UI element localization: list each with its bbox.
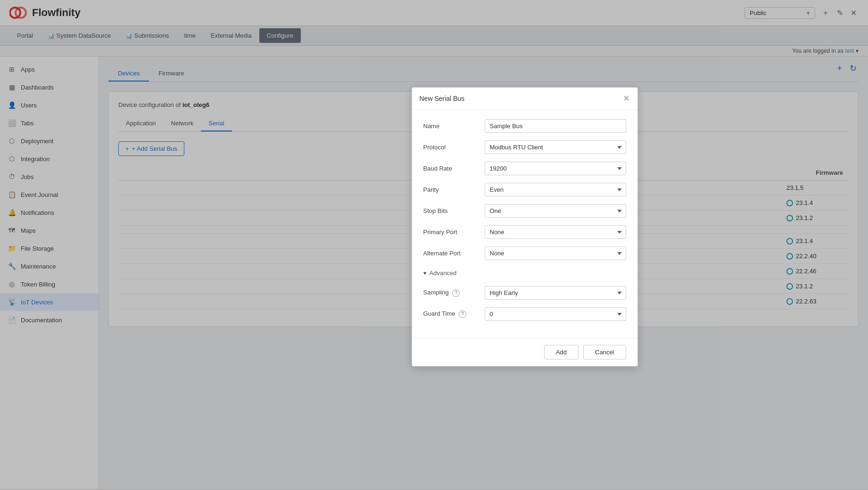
serial-modal-close-button[interactable]: ✕ (623, 93, 630, 104)
field-baudrate-control: 9600 19200 38400 57600 115200 (485, 162, 626, 175)
field-stopbits-row: Stop Bits One Two (423, 204, 626, 218)
field-guardtime-row: Guard Time ? 0 1 2 5 10 (423, 307, 626, 321)
serial-modal-body: Name Protocol Modbus RTU Client Modbus T… (412, 110, 637, 338)
field-parity-control: None Even Odd (485, 183, 626, 196)
alternateport-select[interactable]: None RS232 RS485 (485, 246, 626, 260)
advanced-toggle[interactable]: ▾ Advanced (423, 268, 626, 278)
protocol-select[interactable]: Modbus RTU Client Modbus TCP Client Cust… (485, 140, 626, 154)
add-serial-button[interactable]: Add (544, 345, 579, 359)
serial-modal-footer: Add Cancel (412, 338, 637, 366)
field-alternateport-label: Alternate Port (423, 250, 485, 257)
field-protocol-label: Protocol (423, 144, 485, 151)
modal-overlay: New Serial Bus ✕ Name Protocol Modbus RT… (0, 0, 868, 490)
baudrate-select[interactable]: 9600 19200 38400 57600 115200 (485, 162, 626, 175)
serial-bus-modal: New Serial Bus ✕ Name Protocol Modbus RT… (412, 87, 638, 367)
field-alternateport-control: None RS232 RS485 (485, 246, 626, 260)
parity-select[interactable]: None Even Odd (485, 183, 626, 196)
field-primaryport-control: None RS232 RS485 (485, 225, 626, 239)
field-primaryport-label: Primary Port (423, 229, 485, 236)
sampling-select[interactable]: High Early Low Early Normal (485, 286, 626, 300)
field-stopbits-label: Stop Bits (423, 207, 485, 214)
primaryport-select[interactable]: None RS232 RS485 (485, 225, 626, 239)
field-primaryport-row: Primary Port None RS232 RS485 (423, 225, 626, 239)
field-guardtime-label: Guard Time ? (423, 310, 485, 318)
field-parity-label: Parity (423, 186, 485, 193)
sampling-help-icon[interactable]: ? (452, 289, 460, 297)
field-stopbits-control: One Two (485, 204, 626, 218)
field-name-label: Name (423, 122, 485, 130)
field-sampling-control: High Early Low Early Normal (485, 286, 626, 300)
field-alternateport-row: Alternate Port None RS232 RS485 (423, 246, 626, 260)
guardtime-help-icon[interactable]: ? (459, 310, 466, 318)
field-baudrate-row: Baud Rate 9600 19200 38400 57600 115200 (423, 162, 626, 175)
field-protocol-row: Protocol Modbus RTU Client Modbus TCP Cl… (423, 140, 626, 154)
field-baudrate-label: Baud Rate (423, 165, 485, 172)
serial-modal-header: New Serial Bus ✕ (412, 88, 637, 110)
field-name-control (485, 119, 626, 133)
stopbits-select[interactable]: One Two (485, 204, 626, 218)
field-name-row: Name (423, 119, 626, 133)
serial-modal-title: New Serial Bus (420, 95, 465, 102)
field-sampling-label: Sampling ? (423, 289, 485, 297)
cancel-serial-button[interactable]: Cancel (583, 345, 626, 359)
field-sampling-row: Sampling ? High Early Low Early Normal (423, 286, 626, 300)
name-input[interactable] (485, 119, 626, 133)
guardtime-select[interactable]: 0 1 2 5 10 (485, 307, 626, 321)
chevron-down-icon: ▾ (423, 270, 427, 277)
field-guardtime-control: 0 1 2 5 10 (485, 307, 626, 321)
field-parity-row: Parity None Even Odd (423, 183, 626, 196)
field-protocol-control: Modbus RTU Client Modbus TCP Client Cust… (485, 140, 626, 154)
advanced-label: Advanced (430, 270, 457, 277)
